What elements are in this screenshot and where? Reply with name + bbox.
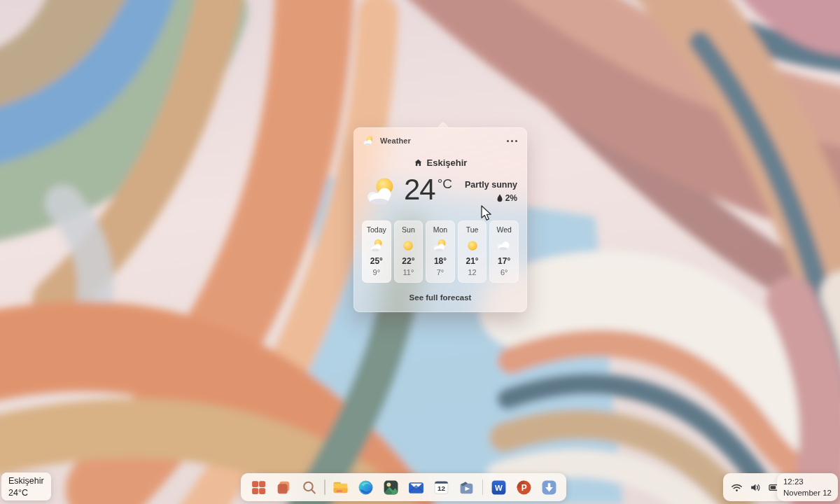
clock-time: 12:23: [783, 476, 832, 487]
widget-header: Weather: [362, 134, 519, 147]
ellipsis-icon: [507, 140, 517, 142]
calendar-icon: 12: [433, 479, 450, 496]
day-label: Today: [362, 225, 391, 234]
calendar-day-number: 12: [438, 484, 445, 492]
task-view-icon: [275, 479, 293, 496]
forecast-weather-icon: [399, 237, 417, 255]
dock-separator: [482, 479, 484, 495]
condition-label: Partly sunny: [465, 180, 517, 190]
day-high: 22°: [394, 256, 424, 266]
download-icon: [540, 479, 558, 496]
forecast-day[interactable]: Wed 17° 6°: [489, 220, 519, 283]
precipitation-value: 2%: [505, 193, 517, 203]
downloads-button[interactable]: [539, 477, 559, 497]
calendar-button[interactable]: 12: [432, 477, 451, 497]
location-label: Eskişehir: [427, 158, 468, 168]
droplet-icon: [496, 194, 503, 202]
powerpoint-button[interactable]: P: [514, 477, 533, 497]
photos-button[interactable]: [382, 477, 401, 497]
media-player-icon: [458, 479, 475, 496]
dock-separator: [324, 479, 326, 495]
precipitation-row: 2%: [465, 193, 517, 203]
file-explorer-button[interactable]: [331, 477, 351, 497]
current-temperature: 24 °C: [404, 175, 452, 204]
chip-location: Eskişehir: [8, 475, 44, 487]
day-low: 6°: [489, 268, 519, 276]
day-low: 11°: [394, 268, 424, 276]
day-high: 21°: [458, 256, 487, 266]
desktop: Weather Eskişehir 24: [0, 0, 840, 504]
photos-icon: [382, 479, 400, 496]
current-conditions-icon: [363, 174, 400, 211]
taskbar-clock[interactable]: 12:23 November 12: [777, 473, 838, 501]
mail-icon: [407, 479, 425, 496]
folder-icon: [332, 479, 349, 496]
chip-temperature: 24°C: [8, 487, 44, 499]
taskbar-dock: 12 W P: [241, 473, 566, 501]
day-label: Sun: [394, 225, 424, 234]
volume-icon: [749, 481, 762, 494]
start-button[interactable]: [248, 477, 268, 497]
forecast-day[interactable]: Today 25° 9°: [362, 220, 391, 283]
day-low: 7°: [426, 268, 455, 276]
forecast-weather-icon: [495, 237, 513, 255]
day-label: Mon: [426, 225, 455, 234]
search-button[interactable]: [299, 477, 318, 497]
day-high: 25°: [362, 256, 391, 266]
day-low: 9°: [362, 268, 391, 276]
search-icon: [300, 479, 318, 496]
day-high: 18°: [426, 256, 455, 266]
clock-date: November 12: [783, 487, 832, 498]
day-label: Wed: [489, 225, 519, 234]
forecast-weather-icon: [368, 237, 386, 255]
forecast-day[interactable]: Mon 18° 7°: [426, 220, 455, 283]
word-icon: W: [490, 479, 507, 496]
temperature-value: 24: [404, 175, 435, 204]
forecast-weather-icon: [463, 237, 482, 255]
see-full-forecast-link[interactable]: See full forecast: [410, 293, 472, 302]
mail-button[interactable]: [407, 477, 426, 497]
widget-menu-button[interactable]: [505, 137, 519, 145]
powerpoint-icon: P: [515, 479, 533, 496]
taskbar-weather-chip[interactable]: Eskişehir 24°C: [1, 472, 51, 500]
widget-title: Weather: [380, 136, 411, 145]
forecast-weather-icon: [431, 237, 449, 255]
current-conditions: 24 °C Partly sunny 2%: [362, 174, 519, 211]
media-player-button[interactable]: [457, 477, 477, 497]
forecast-day[interactable]: Sun 22° 11°: [394, 220, 424, 283]
edge-button[interactable]: [356, 477, 376, 497]
weather-app-icon: [362, 134, 375, 148]
powerpoint-letter: P: [521, 483, 526, 493]
day-high: 17°: [489, 256, 519, 266]
word-letter: W: [495, 483, 503, 491]
weather-widget[interactable]: Weather Eskişehir 24: [354, 127, 527, 312]
condition-block: Partly sunny 2%: [465, 180, 517, 203]
task-view-button[interactable]: [274, 477, 293, 497]
edge-icon: [357, 479, 374, 496]
forecast-row: Today 25° 9° Sun 22° 11° Mon: [362, 220, 519, 283]
day-low: 12: [458, 268, 487, 276]
location-row: Eskişehir: [362, 158, 519, 168]
forecast-day[interactable]: Tue 21° 12: [458, 220, 487, 283]
day-label: Tue: [458, 225, 487, 234]
home-icon: [414, 158, 423, 167]
temperature-unit: °C: [438, 176, 452, 192]
word-button[interactable]: W: [489, 477, 508, 497]
wifi-icon: [730, 481, 743, 494]
start-icon: [250, 479, 267, 496]
